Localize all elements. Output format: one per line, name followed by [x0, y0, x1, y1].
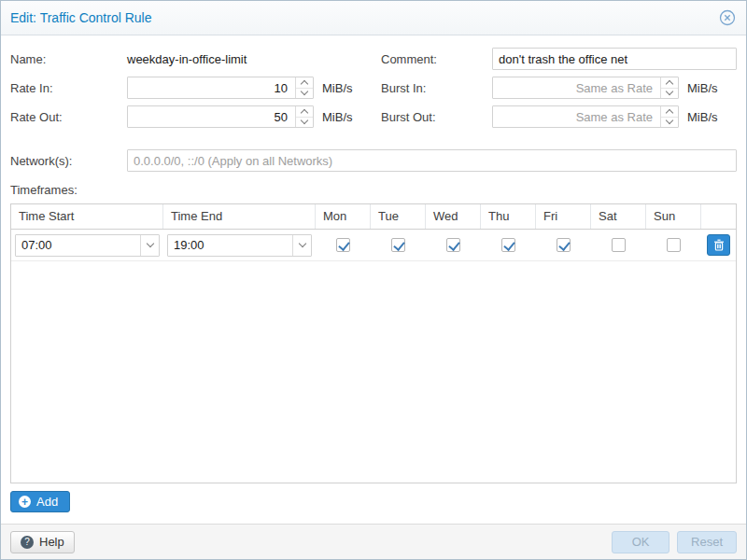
dialog-footer: ? Help OK Reset: [1, 524, 746, 559]
help-button[interactable]: ? Help: [10, 531, 75, 553]
burst-out-input[interactable]: [492, 105, 679, 128]
dialog-titlebar: Edit: Traffic Control Rule: [1, 1, 746, 35]
burst-in-label: Burst In:: [374, 81, 492, 95]
comment-input[interactable]: [492, 48, 737, 70]
rate-in-input[interactable]: [127, 77, 314, 99]
column-header-mon[interactable]: Mon: [316, 204, 371, 229]
column-header-thu[interactable]: Thu: [481, 204, 536, 229]
time-start-input[interactable]: [15, 234, 160, 257]
burst-in-field: [492, 77, 679, 99]
add-button-label: Add: [36, 495, 58, 509]
tue-checkbox[interactable]: [391, 238, 405, 252]
column-header-sat[interactable]: Sat: [591, 204, 646, 229]
fri-checkbox[interactable]: [557, 238, 571, 252]
dialog-body: Name: weekday-in-office-limit Rate In: M…: [1, 36, 746, 524]
rate-in-unit: MiB/s: [322, 81, 353, 95]
burst-out-spinner: [660, 106, 678, 127]
rate-out-unit: MiB/s: [322, 110, 353, 124]
help-button-label: Help: [39, 535, 64, 549]
ok-button[interactable]: OK: [612, 531, 669, 553]
rate-out-spinner: [295, 106, 313, 127]
column-header-sun[interactable]: Sun: [646, 204, 701, 229]
networks-label: Network(s):: [10, 154, 127, 168]
name-value: weekday-in-office-limit: [127, 52, 247, 66]
question-circle-icon: ?: [21, 536, 34, 549]
column-header-time-start[interactable]: Time Start: [11, 204, 163, 229]
trash-icon: [713, 239, 725, 251]
rate-out-field: [127, 105, 314, 128]
burst-out-unit: MiB/s: [687, 110, 718, 124]
mon-checkbox[interactable]: [336, 238, 350, 252]
rate-in-label: Rate In:: [10, 81, 127, 95]
rate-out-input[interactable]: [127, 105, 314, 128]
column-header-fri[interactable]: Fri: [536, 204, 591, 229]
comment-field: [492, 48, 737, 70]
plus-circle-icon: +: [19, 496, 31, 508]
timeframes-label: Timeframes:: [10, 183, 78, 197]
burst-in-unit: MiB/s: [687, 81, 718, 95]
comment-label: Comment:: [374, 52, 492, 66]
rate-in-spinner: [295, 77, 313, 98]
timeframe-row: [11, 230, 736, 261]
name-label: Name:: [10, 52, 127, 66]
time-start-combo: [15, 234, 160, 257]
spinner-down-icon[interactable]: [661, 89, 678, 99]
burst-out-label: Burst Out:: [374, 110, 492, 124]
burst-in-spinner: [660, 77, 678, 98]
chevron-down-icon[interactable]: [140, 235, 159, 256]
grid-empty-area: [11, 261, 736, 483]
timeframes-grid: Time Start Time End Mon Tue Wed Thu Fri …: [10, 203, 737, 483]
close-icon[interactable]: [718, 8, 737, 27]
spinner-down-icon[interactable]: [296, 89, 313, 99]
time-end-combo: [167, 234, 312, 257]
thu-checkbox[interactable]: [501, 238, 515, 252]
edit-traffic-control-rule-dialog: Edit: Traffic Control Rule Name: weekday…: [0, 0, 747, 560]
spinner-down-icon[interactable]: [661, 118, 678, 128]
column-header-time-end[interactable]: Time End: [163, 204, 316, 229]
time-end-input[interactable]: [167, 234, 312, 257]
burst-out-field: [492, 105, 679, 128]
spinner-down-icon[interactable]: [296, 118, 313, 128]
add-button[interactable]: + Add: [10, 491, 70, 512]
column-header-tue[interactable]: Tue: [371, 204, 426, 229]
rate-out-label: Rate Out:: [10, 110, 127, 124]
sun-checkbox[interactable]: [667, 238, 681, 252]
delete-row-button[interactable]: [707, 234, 730, 256]
column-header-actions: [701, 204, 736, 229]
grid-header-row: Time Start Time End Mon Tue Wed Thu Fri …: [11, 204, 736, 230]
dialog-title: Edit: Traffic Control Rule: [10, 10, 151, 25]
networks-field: [127, 149, 737, 172]
rate-in-field: [127, 77, 314, 99]
burst-in-input[interactable]: [492, 77, 679, 99]
reset-button[interactable]: Reset: [677, 531, 737, 553]
wed-checkbox[interactable]: [446, 238, 460, 252]
networks-input[interactable]: [127, 149, 737, 172]
column-header-wed[interactable]: Wed: [426, 204, 481, 229]
chevron-down-icon[interactable]: [292, 235, 311, 256]
sat-checkbox[interactable]: [612, 238, 626, 252]
